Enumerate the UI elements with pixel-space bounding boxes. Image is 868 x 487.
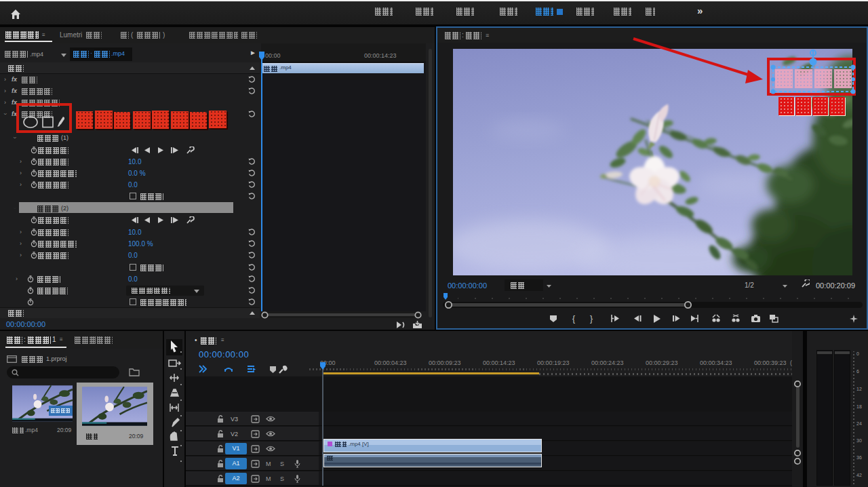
svg-text:{: { — [572, 314, 575, 324]
svg-text:}: } — [590, 314, 593, 324]
